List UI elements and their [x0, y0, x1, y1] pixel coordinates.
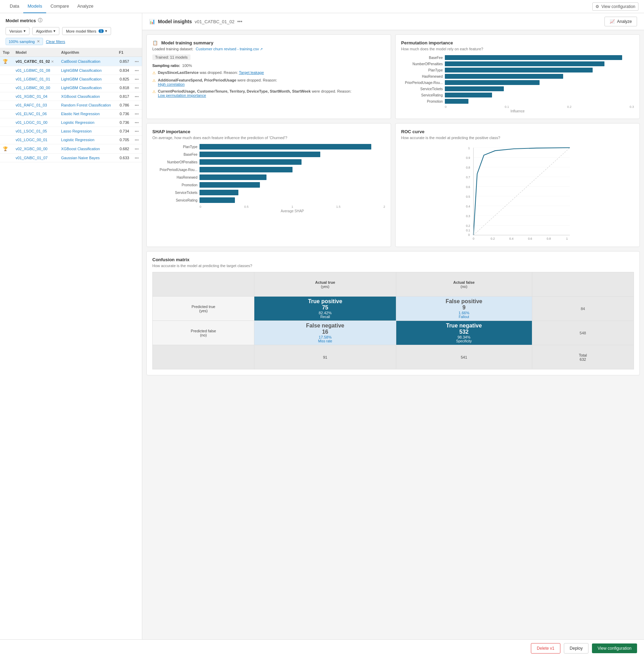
row-more-options[interactable]: •••	[135, 68, 139, 72]
f1-score: 0.736	[116, 118, 132, 127]
warning-icon: ⚠	[152, 71, 156, 75]
model-name-link[interactable]: v01_LOGC_01_00	[16, 120, 48, 125]
algorithm-link[interactable]: LightGBM Classification	[61, 77, 102, 81]
model-name-link[interactable]: v01_GNBC_01_07	[16, 156, 48, 160]
cm-predicted-true-label: Predicted true(yes)	[153, 297, 254, 321]
table-row[interactable]: v01_LGBMC_00_00LightGBM Classification0.…	[0, 84, 142, 92]
row-more-options[interactable]: •••	[135, 94, 139, 99]
table-row[interactable]: v01_XGBC_01_04XGBoost Classification0.81…	[0, 92, 142, 101]
algorithm-link[interactable]: Elastic Net Regression	[61, 112, 100, 116]
deploy-button[interactable]: Deploy	[564, 643, 588, 654]
perm-bar-container	[445, 86, 634, 91]
more-options-button[interactable]: •••	[237, 19, 243, 24]
nav-compare[interactable]: Compare	[46, 0, 73, 13]
col-algorithm: Algorithm	[58, 48, 116, 57]
table-row[interactable]: v01_LSOC_01_05Lasso Regression0.734•••	[0, 127, 142, 136]
row-more-options[interactable]: •••	[135, 103, 139, 107]
model-name-link[interactable]: v01_LOGC_00_01	[16, 138, 48, 142]
model-name-link[interactable]: v01_XGBC_01_04	[16, 94, 48, 99]
dropped-feature-1: ⚠ DaysSinceLastService was dropped. Reas…	[152, 70, 385, 75]
row-more-options[interactable]: •••	[135, 120, 139, 125]
row-top-indicator	[0, 92, 13, 101]
trophy-icon: 🏆	[3, 146, 8, 151]
view-configuration-green-button[interactable]: View configuration	[592, 643, 637, 653]
remove-filter-button[interactable]: ✕	[37, 39, 40, 44]
row-more-options[interactable]: •••	[135, 86, 139, 90]
filter-count-badge: 1	[99, 29, 104, 33]
model-name-link[interactable]: v01_ELNC_01_06	[16, 112, 47, 116]
summary-icon: 📋	[152, 40, 158, 45]
svg-text:0: 0	[473, 237, 474, 240]
more-model-filters[interactable]: More model filters 1 ▾	[62, 27, 111, 35]
algorithm-link[interactable]: Random Forest Classification	[61, 103, 111, 107]
table-row[interactable]: 🏆v02_XGBC_00_00XGBoost Classification0.6…	[0, 144, 142, 154]
algorithm-link[interactable]: CatBoost Classification	[61, 59, 100, 63]
analyze-button[interactable]: 📈 Analyze	[604, 17, 637, 26]
model-name-link[interactable]: v01_CATBC_01_02	[16, 59, 50, 63]
gear-icon: ⚙	[595, 4, 599, 9]
row-more-options[interactable]: •••	[135, 156, 139, 160]
info-icon[interactable]: ⓘ	[38, 17, 42, 24]
algorithm-link[interactable]: LightGBM Classification	[61, 86, 102, 90]
model-name-link[interactable]: v01_RAFC_01_03	[16, 103, 47, 107]
shap-bar-container	[200, 197, 385, 203]
row-more-options[interactable]: •••	[135, 147, 139, 151]
low-permutation-link[interactable]: Low permutation importance	[158, 93, 206, 97]
svg-text:0.5: 0.5	[466, 195, 470, 198]
perm-bar	[445, 93, 492, 97]
table-row[interactable]: v01_LOGC_01_00Logistic Regression0.736••…	[0, 118, 142, 127]
algorithm-link[interactable]: XGBoost Classification	[61, 147, 100, 151]
model-name-link[interactable]: v01_LGBMC_01_01	[16, 77, 50, 81]
algorithm-link[interactable]: LightGBM Classification	[61, 68, 102, 72]
svg-line-27	[473, 148, 570, 235]
table-row[interactable]: 🏆v01_CATBC_01_02 ✕CatBoost Classificatio…	[0, 57, 142, 66]
model-name-link[interactable]: v01_LGBMC_00_00	[16, 86, 50, 90]
dataset-link[interactable]: Customer churn revised - training.csv	[196, 47, 259, 51]
clear-filters-link[interactable]: Clear filters	[46, 40, 65, 44]
version-filter[interactable]: Version ▾	[6, 27, 29, 35]
shap-title: SHAP importance	[152, 129, 385, 134]
model-version-label: v01_CATBC_01_02	[195, 19, 235, 24]
perm-bar	[445, 86, 504, 91]
table-row[interactable]: v01_LGBMC_01_01LightGBM Classification0.…	[0, 75, 142, 84]
model-name-link[interactable]: v02_XGBC_00_00	[16, 147, 48, 151]
algorithm-filter[interactable]: Algorithm ▾	[32, 27, 59, 35]
model-name-link[interactable]: v01_LGBMC_01_08	[16, 68, 50, 72]
row-top-indicator	[0, 66, 13, 75]
algorithm-link[interactable]: Logistic Regression	[61, 120, 94, 125]
nav-models[interactable]: Models	[23, 0, 46, 13]
model-name-link[interactable]: v01_LSOC_01_05	[16, 129, 47, 133]
cm-false-positive: False positive9 1.66% Fallout	[396, 297, 532, 321]
row-more-options[interactable]: •••	[135, 129, 139, 133]
perm-x-axis-label: Influence	[401, 109, 634, 113]
algorithm-link[interactable]: XGBoost Classification	[61, 94, 100, 99]
f1-score: 0.817	[116, 92, 132, 101]
shap-bar	[200, 159, 302, 165]
high-correlation-link[interactable]: High correlation	[158, 82, 185, 86]
svg-text:0: 0	[468, 233, 470, 237]
external-link-icon: ↗	[260, 47, 263, 51]
table-row[interactable]: v01_GNBC_01_07Gaussian Naive Bayes0.633•…	[0, 154, 142, 162]
remove-model-button[interactable]: ✕	[50, 60, 54, 63]
row-more-options[interactable]: •••	[135, 138, 139, 142]
shap-x-axis: 00.511.52	[152, 205, 385, 208]
nav-data[interactable]: Data	[6, 0, 23, 13]
nav-analyze[interactable]: Analyze	[73, 0, 98, 13]
target-leakage-link[interactable]: Target leakage	[239, 70, 264, 75]
algorithm-link[interactable]: Lasso Regression	[61, 129, 92, 133]
row-more-options[interactable]: •••	[135, 77, 139, 81]
row-more-options[interactable]: •••	[135, 59, 139, 63]
table-row[interactable]: v01_RAFC_01_03Random Forest Classificati…	[0, 101, 142, 110]
perm-bar-row: BaseFee	[401, 55, 634, 60]
delete-v1-button[interactable]: Delete v1	[531, 643, 560, 654]
algorithm-link[interactable]: Logistic Regression	[61, 138, 94, 142]
roc-curve-panel: ROC curve How accurate is the model at p…	[395, 123, 640, 247]
f1-score: 0.633	[116, 154, 132, 162]
row-more-options[interactable]: •••	[135, 112, 139, 116]
table-row[interactable]: v01_ELNC_01_06Elastic Net Regression0.73…	[0, 110, 142, 118]
table-row[interactable]: v01_LOGC_00_01Logistic Regression0.705••…	[0, 136, 142, 144]
cm-recall-label: Recall	[254, 315, 396, 319]
table-row[interactable]: v01_LGBMC_01_08LightGBM Classification0.…	[0, 66, 142, 75]
view-configuration-button[interactable]: ⚙ View configuration	[592, 2, 638, 11]
algorithm-link[interactable]: Gaussian Naive Bayes	[61, 156, 100, 160]
